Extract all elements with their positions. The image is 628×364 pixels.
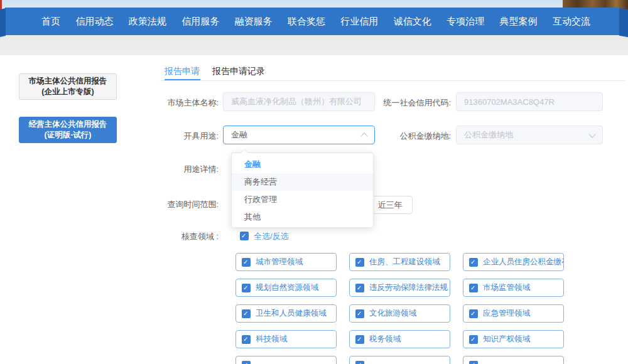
market-report-button[interactable]: 市场主体公共信用报告 (企业上市专版) <box>19 73 117 100</box>
header-gray-strip <box>0 35 628 55</box>
checkbox-checked-icon <box>242 361 251 364</box>
nav-item[interactable]: 信用服务 <box>181 16 219 28</box>
subject-name-input <box>223 92 375 111</box>
checkbox-checked-icon <box>469 335 478 344</box>
nav-item[interactable]: 典型案例 <box>500 16 538 28</box>
fund-place-label: 公积金缴纳地: <box>374 131 451 142</box>
purpose-select-value: 金融 <box>231 130 247 139</box>
purpose-detail-label: 用途详情: <box>144 164 219 175</box>
checkbox-checked-icon <box>242 258 251 267</box>
nav-item[interactable]: 互动交流 <box>553 16 590 28</box>
check-area-option[interactable]: 规划自然资源领域 <box>236 279 337 297</box>
check-area-option[interactable] <box>349 356 450 364</box>
checkbox-checked-icon <box>469 284 478 292</box>
check-area-option[interactable]: 住房、工程建设领域 <box>349 253 450 271</box>
check-area-option[interactable]: 税务领域 <box>349 330 450 348</box>
check-area-option[interactable]: 知识产权领域 <box>463 330 564 348</box>
time-range-label: 查询时间范围: <box>144 199 219 210</box>
checkbox-checked-icon <box>469 258 478 267</box>
dropdown-option[interactable]: 其他 <box>232 208 373 226</box>
check-area-option-label: 规划自然资源领域 <box>256 282 318 293</box>
chevron-up-icon <box>360 132 367 139</box>
checkbox-checked-icon <box>355 361 364 364</box>
nav-item[interactable]: 专项治理 <box>447 16 484 28</box>
period-three-years-button[interactable]: 近三年 <box>367 196 413 214</box>
nav-item[interactable]: 联合奖惩 <box>288 16 325 28</box>
check-area-option-label: 应急管理领域 <box>483 308 530 319</box>
subject-name-label: 市场主体名称: <box>144 97 219 109</box>
check-area-option[interactable] <box>463 356 564 364</box>
nav-item[interactable]: 政策法规 <box>129 16 166 28</box>
select-all-label[interactable]: 全选/反选 <box>254 231 289 242</box>
credit-code-label: 统一社会信用代码: <box>374 97 451 109</box>
main-nav: 首页信用动态政策法规信用服务融资服务联合奖惩行业信用诚信文化专项治理典型案例互动… <box>5 8 619 35</box>
checkbox-checked-icon <box>469 309 478 318</box>
check-area-option[interactable]: 城市管理领域 <box>236 253 337 271</box>
fund-place-select: 公积金缴纳地 <box>456 126 603 144</box>
nav-item[interactable]: 融资服务 <box>235 16 273 28</box>
check-area-option[interactable]: 文化旅游领域 <box>349 304 450 323</box>
checkbox-checked-icon <box>469 361 478 364</box>
dropdown-option[interactable]: 金融 <box>232 156 373 173</box>
check-area-option[interactable]: 应急管理领域 <box>463 304 564 323</box>
check-area-option[interactable]: 企业人员住房公积金缴存 <box>463 253 564 271</box>
select-all-checkbox[interactable] <box>240 232 249 240</box>
market-report-line1: 市场主体公共信用报告 <box>19 76 116 87</box>
purpose-select[interactable]: 金融 <box>223 126 375 144</box>
dropdown-option[interactable]: 行政管理 <box>232 191 373 208</box>
checkbox-checked-icon <box>355 258 364 267</box>
nav-fold-right <box>619 8 628 37</box>
check-area-option-label: 住房、工程建设领域 <box>369 257 440 267</box>
check-area-option-label: 卫生和人员健康领域 <box>256 308 327 319</box>
business-report-line1: 经营主体公共信用报告 <box>19 119 116 130</box>
checkbox-checked-icon <box>242 284 251 292</box>
checkbox-checked-icon <box>355 309 364 318</box>
check-area-label: 核查领域 : <box>144 231 219 242</box>
nav-item[interactable]: 首页 <box>41 16 60 28</box>
check-area-option-label: 企业人员住房公积金缴存 <box>483 257 564 267</box>
market-report-line2: (企业上市专版) <box>19 87 116 97</box>
check-area-option[interactable]: 卫生和人员健康领域 <box>236 304 337 323</box>
credit-code-input <box>456 92 603 111</box>
tab-divider-line <box>160 80 625 81</box>
checkbox-checked-icon <box>242 335 251 344</box>
tab-report-records[interactable]: 报告申请记录 <box>212 66 265 77</box>
business-report-button[interactable]: 经营主体公共信用报告 (证明版-试行) <box>19 117 117 143</box>
chevron-down-icon <box>588 131 595 137</box>
dropdown-option[interactable]: 商务经营 <box>232 173 373 191</box>
nav-fold-left <box>0 8 6 37</box>
nav-item[interactable]: 信用动态 <box>75 16 113 28</box>
check-area-option-label: 违反劳动保障法律法规 <box>369 282 448 293</box>
check-area-option-label: 税务领域 <box>369 334 401 345</box>
check-area-option-label: 知识产权领域 <box>483 334 530 345</box>
check-area-grid: 城市管理领域住房、工程建设领域企业人员住房公积金缴存规划自然资源领域违反劳动保障… <box>236 253 578 364</box>
nav-item[interactable]: 行业信用 <box>340 16 378 28</box>
nav-item[interactable]: 诚信文化 <box>394 16 431 28</box>
check-area-option-label: 市场监管领域 <box>483 282 530 293</box>
fund-place-placeholder: 公积金缴纳地 <box>464 130 513 139</box>
purpose-label: 开具用途: <box>144 131 219 142</box>
check-area-option[interactable]: 违反劳动保障法律法规 <box>349 279 450 297</box>
checkbox-checked-icon <box>355 284 364 292</box>
purpose-dropdown-list: 金融商务经营行政管理其他 <box>232 156 373 226</box>
checkbox-checked-icon <box>355 335 364 344</box>
purpose-dropdown-panel: 金融商务经营行政管理其他 <box>231 153 374 228</box>
nav-list: 首页信用动态政策法规信用服务融资服务联合奖惩行业信用诚信文化专项治理典型案例互动… <box>5 8 619 35</box>
tab-report-apply[interactable]: 报告申请 <box>165 66 200 77</box>
check-area-option[interactable] <box>236 356 337 364</box>
check-area-option-label: 城市管理领域 <box>256 257 303 267</box>
check-area-option[interactable]: 市场监管领域 <box>463 279 564 297</box>
check-area-option-label: 科技领域 <box>256 334 287 345</box>
checkbox-checked-icon <box>242 309 251 318</box>
check-area-option[interactable]: 科技领域 <box>236 330 337 348</box>
business-report-line2: (证明版-试行) <box>19 130 116 141</box>
check-area-option-label: 文化旅游领域 <box>369 308 416 319</box>
